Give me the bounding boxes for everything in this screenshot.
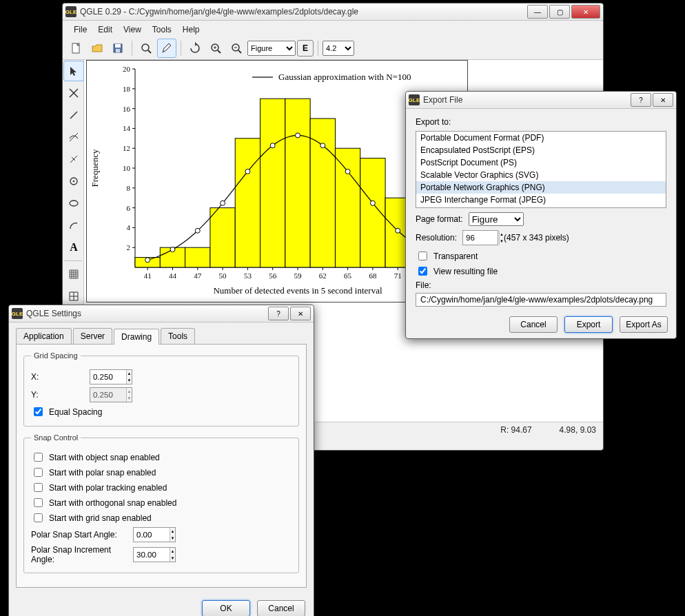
export-titlebar[interactable]: GLE Export File ? ✕ xyxy=(406,92,676,109)
cross-tool[interactable] xyxy=(63,83,84,103)
status-radius: R: 94.67 xyxy=(500,425,531,435)
window-title: QGLE 0.29 - C:/Cygwin/home/jan/gle4/gle-… xyxy=(80,7,526,17)
figure-select[interactable]: Figure xyxy=(247,41,296,56)
zoom-in-button[interactable] xyxy=(206,39,225,58)
svg-text:8: 8 xyxy=(127,184,131,192)
polar-start-input[interactable]: ▲▼ xyxy=(133,527,176,542)
close-button[interactable]: ✕ xyxy=(290,307,311,320)
cancel-button[interactable]: Cancel xyxy=(257,600,305,616)
pageformat-select[interactable]: Figure xyxy=(469,212,524,226)
tab-tools[interactable]: Tools xyxy=(161,328,195,344)
tangent-line-tool[interactable] xyxy=(63,127,84,147)
circle-center-tool[interactable] xyxy=(63,171,84,192)
format-option[interactable]: Encapsulated PostScript (EPS) xyxy=(416,144,666,156)
svg-text:50: 50 xyxy=(219,271,227,280)
grid-x-input[interactable]: ▲▼ xyxy=(90,369,132,384)
grid-spacing-group: Grid Spacing X: ▲▼ Y: ▲▼ Equal Spacing xyxy=(23,351,299,427)
snap-polar-track-checkbox[interactable] xyxy=(34,483,43,492)
text-tool[interactable]: A xyxy=(63,237,84,258)
svg-text:59: 59 xyxy=(294,271,303,280)
edit-tool-button[interactable] xyxy=(157,39,176,58)
format-option[interactable]: Portable Network Graphics (PNG) xyxy=(416,181,666,194)
svg-point-103 xyxy=(245,169,250,174)
new-file-button[interactable] xyxy=(67,39,86,58)
format-option[interactable]: Scalable Vector Graphics (SVG) xyxy=(416,169,666,181)
svg-text:18: 18 xyxy=(123,85,131,93)
svg-point-108 xyxy=(370,201,375,205)
arc-tool[interactable] xyxy=(63,215,84,236)
menu-tools[interactable]: Tools xyxy=(147,23,177,36)
snap-object-checkbox[interactable] xyxy=(34,453,43,462)
ok-button[interactable]: OK xyxy=(202,600,250,616)
snap-polar-checkbox[interactable] xyxy=(34,468,43,477)
menu-edit[interactable]: Edit xyxy=(92,23,118,36)
format-option[interactable]: PostScript Document (PS) xyxy=(416,156,666,169)
grid-coarse-button[interactable] xyxy=(63,286,84,307)
close-button[interactable]: ✕ xyxy=(571,5,600,19)
edit-source-button[interactable]: E xyxy=(297,40,314,57)
svg-point-104 xyxy=(270,143,275,148)
minimize-button[interactable]: — xyxy=(527,5,548,19)
app-icon: GLE xyxy=(12,308,23,319)
side-toolbar: A xyxy=(63,60,84,307)
svg-line-11 xyxy=(238,50,241,53)
reload-button[interactable] xyxy=(185,39,205,58)
zoom-tool-button[interactable] xyxy=(136,39,156,58)
zoom-out-button[interactable] xyxy=(227,39,246,58)
tab-drawing[interactable]: Drawing xyxy=(114,329,159,345)
snap-ortho-checkbox[interactable] xyxy=(34,498,43,507)
svg-text:41: 41 xyxy=(144,271,152,280)
pointer-tool[interactable] xyxy=(63,61,84,81)
settings-dialog: GLE QGLE Settings ? ✕ Application Server… xyxy=(8,305,314,616)
settings-titlebar[interactable]: GLE QGLE Settings ? ✕ xyxy=(9,305,314,322)
svg-point-99 xyxy=(145,258,150,263)
file-path-input[interactable] xyxy=(416,293,666,307)
zoom-select[interactable]: 4.2 xyxy=(323,41,354,56)
tab-server[interactable]: Server xyxy=(73,328,112,344)
svg-rect-87 xyxy=(360,158,385,267)
equal-spacing-checkbox[interactable] xyxy=(34,407,43,416)
file-label: File: xyxy=(416,280,666,290)
line-tool[interactable] xyxy=(63,105,84,125)
svg-text:53: 53 xyxy=(244,271,252,280)
titlebar[interactable]: GLE QGLE 0.29 - C:/Cygwin/home/jan/gle4/… xyxy=(63,3,603,21)
view-result-checkbox[interactable] xyxy=(418,267,427,276)
format-option[interactable]: Portable Document Format (PDF) xyxy=(416,132,666,144)
snap-grid-checkbox[interactable] xyxy=(34,513,43,522)
polar-inc-input[interactable]: ▲▼ xyxy=(133,547,176,562)
close-button[interactable]: ✕ xyxy=(653,93,673,107)
perp-line-tool[interactable] xyxy=(63,149,84,170)
export-button[interactable]: Export xyxy=(564,316,613,333)
svg-rect-72 xyxy=(235,138,260,267)
transparent-checkbox[interactable] xyxy=(418,251,427,260)
maximize-button[interactable]: ▢ xyxy=(549,5,570,19)
svg-point-107 xyxy=(345,169,350,174)
ellipse-tool[interactable] xyxy=(63,193,84,214)
status-xy: 4.98, 9.03 xyxy=(560,425,596,435)
menu-view[interactable]: View xyxy=(118,23,147,36)
settings-title: QGLE Settings xyxy=(26,309,267,318)
tab-application[interactable]: Application xyxy=(16,328,72,344)
help-button[interactable]: ? xyxy=(631,93,651,107)
settings-panel: Grid Spacing X: ▲▼ Y: ▲▼ Equal Spacing S… xyxy=(16,344,307,588)
format-listbox[interactable]: Portable Document Format (PDF)Encapsulat… xyxy=(416,131,666,208)
snap-legend: Snap Control xyxy=(31,433,81,442)
save-button[interactable] xyxy=(108,39,127,58)
grid-y-input: ▲▼ xyxy=(90,387,132,402)
open-file-button[interactable] xyxy=(88,39,107,58)
grid-fine-button[interactable] xyxy=(63,264,84,285)
help-button[interactable]: ? xyxy=(268,307,289,320)
svg-text:Number of detected events in 5: Number of detected events in 5 second in… xyxy=(213,285,382,296)
menu-help[interactable]: Help xyxy=(177,23,205,36)
export-as-button[interactable]: Export As xyxy=(620,316,668,333)
svg-text:20: 20 xyxy=(123,65,131,73)
svg-rect-3 xyxy=(116,49,120,52)
resolution-input[interactable]: ▲▼ xyxy=(462,230,498,245)
svg-text:2: 2 xyxy=(127,243,131,251)
svg-point-101 xyxy=(195,228,200,233)
svg-rect-84 xyxy=(335,148,360,267)
svg-text:47: 47 xyxy=(194,271,202,280)
format-option[interactable]: JPEG Interchange Format (JPEG) xyxy=(416,194,666,206)
cancel-button[interactable]: Cancel xyxy=(509,316,558,333)
menu-file[interactable]: File xyxy=(68,23,92,36)
